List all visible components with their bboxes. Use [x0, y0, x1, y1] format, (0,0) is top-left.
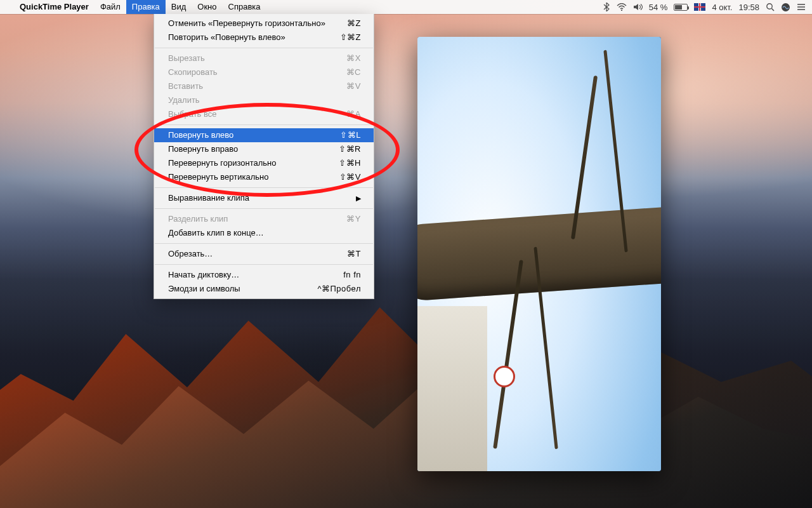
menu-separator	[155, 187, 373, 188]
menu-item: Удалить	[154, 93, 374, 107]
desktop-wallpaper	[0, 0, 812, 508]
menu-item[interactable]: Эмодзи и символы^⌘Пробел	[154, 282, 374, 296]
menu-item: Вставить⌘V	[154, 79, 374, 93]
input-flag-icon[interactable]	[694, 3, 705, 11]
menu-window[interactable]: Окно	[192, 0, 222, 14]
battery-percent[interactable]: 54 %	[649, 3, 668, 12]
battery-icon[interactable]	[674, 4, 688, 11]
bluetooth-icon[interactable]	[603, 3, 610, 11]
menu-item-shortcut: ⌘X	[346, 53, 361, 64]
svg-point-0	[621, 10, 622, 11]
menu-item-shortcut: ⌘Y	[346, 213, 361, 225]
menu-item-label: Перевернуть вертикально	[168, 171, 268, 183]
menu-view[interactable]: Вид	[166, 0, 192, 14]
svg-point-1	[767, 4, 772, 9]
menu-item-label: Выравнивание клипа	[168, 192, 249, 204]
menu-item[interactable]: Обрезать…⌘T	[154, 247, 374, 261]
menu-item-label: Вставить	[168, 81, 203, 92]
spotlight-icon[interactable]	[766, 3, 775, 11]
menu-item-label: Перевернуть горизонтально	[168, 157, 276, 169]
menu-item-label: Эмодзи и символы	[168, 283, 240, 295]
menu-item-shortcut: ⇧⌘L	[340, 130, 361, 141]
menu-item[interactable]: Перевернуть вертикально⇧⌘V	[154, 170, 374, 184]
menu-item-label: Обрезать…	[168, 248, 213, 260]
menu-item-shortcut: ⇧⌘Z	[340, 32, 361, 43]
menu-separator	[155, 124, 373, 125]
menu-item[interactable]: Начать диктовку…fn fn	[154, 268, 374, 282]
siri-icon[interactable]	[781, 3, 790, 12]
menu-item-label: Начать диктовку…	[168, 269, 239, 281]
menu-bar: QuickTime Player Файл Правка Вид Окно Сп…	[0, 0, 812, 14]
menu-item: Скопировать⌘C	[154, 65, 374, 79]
menu-item-shortcut: fn fn	[343, 269, 361, 281]
menu-item-label: Повторить «Повернуть влево»	[168, 32, 285, 43]
menubar-time[interactable]: 19:58	[738, 3, 759, 12]
menu-item-shortcut: ⌘Z	[347, 18, 361, 29]
menu-item-shortcut: ⌘A	[346, 109, 361, 120]
menu-item-shortcut: ⇧⌘R	[339, 144, 361, 155]
wifi-icon[interactable]	[617, 3, 627, 11]
menubar-date[interactable]: 4 окт.	[712, 3, 732, 12]
menu-item-shortcut: ⌘V	[346, 81, 361, 92]
notification-center-icon[interactable]	[797, 3, 806, 11]
menu-item: Выбрать все⌘A	[154, 107, 374, 121]
menu-item: Разделить клип⌘Y	[154, 212, 374, 226]
menu-item[interactable]: Выравнивание клипа▶	[154, 191, 374, 205]
menu-item-shortcut: ⌘C	[346, 67, 361, 78]
menu-item-label: Отменить «Перевернуть горизонтально»	[168, 18, 325, 29]
menu-file[interactable]: Файл	[95, 0, 126, 14]
menu-help[interactable]: Справка	[223, 0, 266, 14]
menu-item[interactable]: Отменить «Перевернуть горизонтально»⌘Z	[154, 17, 374, 30]
menu-item-label: Удалить	[168, 95, 200, 106]
menu-edit[interactable]: Правка	[126, 0, 166, 14]
menu-item-shortcut: ⌘T	[347, 248, 361, 260]
volume-icon[interactable]	[633, 3, 643, 11]
menu-separator	[155, 264, 373, 265]
menu-item: Вырезать⌘X	[154, 51, 374, 65]
submenu-arrow-icon: ▶	[356, 192, 361, 204]
menu-item-shortcut: ⇧⌘V	[339, 171, 361, 183]
app-name[interactable]: QuickTime Player	[14, 0, 95, 14]
menu-separator	[155, 243, 373, 244]
menu-item-label: Повернуть влево	[168, 130, 233, 141]
edit-menu-dropdown: Отменить «Перевернуть горизонтально»⌘ZПо…	[154, 14, 374, 299]
menu-item-shortcut: ⇧⌘H	[339, 157, 361, 169]
menu-separator	[155, 48, 373, 48]
menu-item-label: Выбрать все	[168, 109, 216, 120]
menu-item-label: Добавить клип в конце…	[168, 227, 264, 239]
menu-item-label: Вырезать	[168, 53, 205, 64]
menu-item[interactable]: Перевернуть горизонтально⇧⌘H	[154, 156, 374, 170]
menu-item-label: Разделить клип	[168, 213, 228, 225]
video-window[interactable]	[417, 37, 661, 471]
menu-item[interactable]: Повернуть влево⇧⌘L	[154, 128, 374, 142]
svg-line-2	[772, 9, 775, 11]
menu-item-shortcut: ^⌘Пробел	[317, 283, 361, 295]
menu-separator	[155, 208, 373, 209]
menu-item[interactable]: Добавить клип в конце…	[154, 226, 374, 240]
menu-item[interactable]: Повторить «Повернуть влево»⇧⌘Z	[154, 30, 374, 44]
menu-item-label: Повернуть вправо	[168, 144, 238, 155]
menu-item-label: Скопировать	[168, 67, 218, 78]
menu-item[interactable]: Повернуть вправо⇧⌘R	[154, 142, 374, 156]
